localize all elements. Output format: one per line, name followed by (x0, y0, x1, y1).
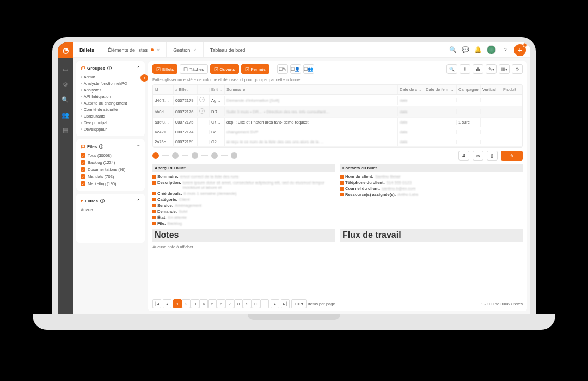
table-row[interactable]: 2a76e…00072169C2…ai reçu le ce nom de la… (153, 137, 522, 147)
grid-column-header[interactable]: Enti… (210, 85, 225, 94)
pager: ⎮◂ ◂ 12345678910… ▸ ▸⎮ 100 ▾ items par p… (152, 296, 523, 308)
step-dot[interactable] (172, 152, 179, 159)
chat-icon[interactable]: 💬 (462, 46, 469, 53)
step-dot[interactable] (211, 152, 218, 159)
pager-first[interactable]: ⎮◂ (152, 299, 161, 308)
mode-c[interactable]: ☐👥 (303, 64, 314, 74)
file-item[interactable]: ✓Documentations (99) (81, 167, 140, 172)
add-button[interactable]: + (514, 44, 526, 56)
collapse-panels-button[interactable]: ‹ (140, 74, 148, 82)
detail-row: File:Backlog (152, 220, 335, 226)
preview-print-button[interactable]: 🖶 (458, 151, 469, 161)
grid-column-header[interactable]: Campagne (457, 85, 481, 94)
search-icon[interactable]: 🔍 (449, 46, 456, 53)
toolbar-columns-button[interactable]: ▦▾ (499, 64, 510, 74)
pager-page[interactable]: 3 (191, 299, 199, 308)
pager-size[interactable]: 100 ▾ (291, 299, 307, 308)
grid-column-header[interactable]: Sommaire (225, 85, 398, 94)
pager-page[interactable]: 2 (182, 299, 191, 308)
preview-edit-button[interactable]: ✎ (501, 151, 523, 161)
file-item[interactable]: ✓Backlog (1234) (81, 160, 140, 165)
nav-archive-icon[interactable]: ▤ (62, 126, 69, 134)
grid-column-header[interactable]: Date de fermeture (424, 85, 457, 94)
group-item[interactable]: Admin (81, 75, 140, 79)
tab-elements[interactable]: Éléments de listes× (101, 42, 167, 57)
app-logo[interactable]: ◔ (58, 42, 73, 58)
tab-billets[interactable]: Billets (73, 42, 101, 57)
pager-next[interactable]: ▸ (271, 299, 279, 308)
nav-briefcase-icon[interactable]: ▭ (62, 65, 69, 73)
tab-label: Tableau de bord (210, 47, 246, 53)
detail-row: Nom du client:Santino Belair (340, 174, 523, 180)
bell-icon[interactable]: 🔔 (474, 46, 481, 53)
mode-a[interactable]: ☐✎ (277, 64, 288, 74)
tab-gestion[interactable]: Gestion× (167, 42, 203, 57)
filter-billets[interactable]: Billets (152, 64, 177, 74)
filter-ouverts[interactable]: Ouverts (210, 64, 239, 74)
grid-column-header[interactable] (198, 88, 210, 92)
group-item[interactable]: Analyste fonctionnel/PO (81, 81, 140, 86)
grid-column-header[interactable]: # Billet (174, 85, 198, 94)
toolbar-print-button[interactable]: 🖶 (473, 64, 483, 74)
chevron-up-icon[interactable]: ⌃ (137, 66, 140, 71)
pager-page[interactable]: 5 (208, 299, 217, 308)
grid-column-header[interactable]: Date de cré… (398, 85, 424, 94)
group-item[interactable]: Analystes (81, 88, 140, 93)
file-item[interactable]: ✓Mandats (703) (81, 174, 140, 179)
preview-trash-button[interactable]: 🗑 (487, 151, 498, 161)
info-icon[interactable]: ⓘ (107, 65, 112, 71)
table-row[interactable]: 42421…00072174Bo…changement SVPdate (153, 127, 522, 137)
table-row[interactable]: a86f8…00072175Cit…dép. : Cité et Photon … (153, 118, 522, 127)
pager-prev[interactable]: ◂ (163, 299, 171, 308)
file-item[interactable]: ✓Tous (30068) (81, 153, 140, 158)
group-item[interactable]: Consultants (81, 114, 140, 119)
grid-group-hint: Faites glisser un en-tête de colonne et … (152, 77, 523, 82)
grid-column-header[interactable]: Id (153, 85, 174, 94)
pager-page[interactable]: … (260, 299, 269, 308)
nav-search-icon[interactable]: 🔍 (62, 96, 69, 103)
group-item[interactable]: Autorité du changement (81, 101, 140, 106)
toolbar-refresh-button[interactable]: ⟳ (512, 64, 523, 74)
grid-column-header[interactable]: Produit (501, 85, 522, 94)
table-row[interactable]: d46f3…00072179Ag…Demande d'information [… (153, 95, 522, 106)
pager-page[interactable]: 8 (234, 299, 243, 308)
nav-gear-icon[interactable]: ⚙ (62, 81, 69, 88)
mode-b[interactable]: ☐👤 (290, 64, 301, 74)
step-dot[interactable] (231, 152, 237, 159)
chevron-up-icon[interactable]: ⌃ (137, 199, 140, 204)
avatar[interactable] (487, 45, 496, 54)
chevron-up-icon[interactable]: ⌃ (137, 144, 140, 149)
file-item[interactable]: ✓Marketing (190) (81, 181, 140, 186)
info-icon[interactable]: ⓘ (100, 198, 105, 204)
help-icon[interactable]: ? (501, 46, 509, 53)
info-icon[interactable]: ⓘ (99, 144, 103, 150)
toolbar-search-button[interactable]: 🔍 (446, 64, 457, 74)
preview-mail-button[interactable]: ✉ (473, 151, 483, 161)
pager-page[interactable]: 4 (199, 299, 208, 308)
pager-page[interactable]: 1 (173, 299, 182, 308)
nav-users-icon[interactable]: 👥 (62, 111, 69, 119)
close-icon[interactable]: × (193, 47, 196, 53)
step-dot[interactable] (192, 152, 198, 159)
group-item[interactable]: Dev principal (81, 120, 140, 125)
group-item[interactable]: Développeur (81, 127, 140, 132)
pager-page[interactable]: 9 (243, 299, 252, 308)
filter-fermes[interactable]: Fermés (241, 64, 270, 74)
group-item[interactable]: API-Intégration (81, 94, 140, 99)
pager-page[interactable]: 6 (217, 299, 225, 308)
badge (523, 42, 528, 47)
filter-taches[interactable]: Tâches (180, 64, 207, 74)
panel-files: 🏷Files ⓘ⌃ ✓Tous (30068)✓Backlog (1234)✓D… (76, 139, 145, 190)
step-dot[interactable] (152, 152, 159, 159)
close-icon[interactable]: × (157, 47, 160, 53)
tab-dashboard[interactable]: Tableau de bord (204, 42, 253, 57)
grid-column-header[interactable]: Vertical (481, 85, 501, 94)
detail-row: État:En attente (152, 214, 335, 220)
pager-page[interactable]: 10 (252, 299, 260, 308)
toolbar-download-button[interactable]: ⬇ (460, 64, 470, 74)
pager-page[interactable]: 7 (225, 299, 234, 308)
pager-last[interactable]: ▸⎮ (281, 299, 290, 308)
group-item[interactable]: Comité de sécurité (81, 107, 140, 112)
toolbar-edit-button[interactable]: ✎▾ (486, 64, 497, 74)
table-row[interactable]: bb0d…00072176DR…Suite 3 mois • DR… • Dir… (153, 106, 522, 118)
